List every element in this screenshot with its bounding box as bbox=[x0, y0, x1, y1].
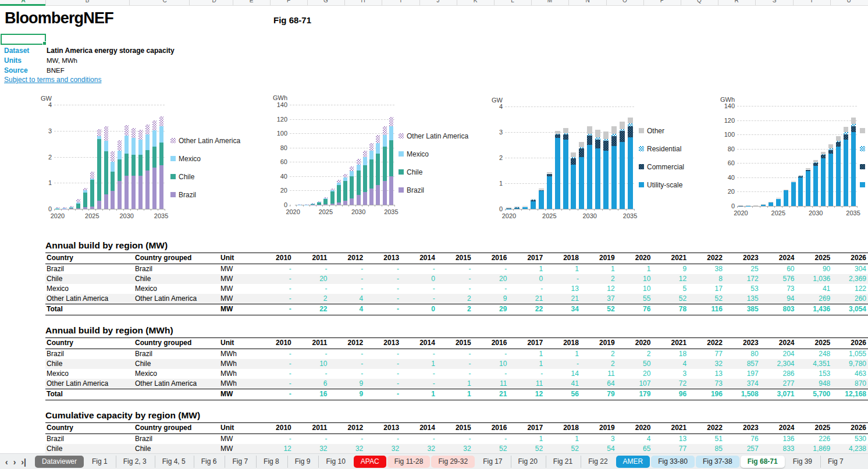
sheet-tab-fig-9[interactable]: Fig 9 bbox=[287, 456, 318, 468]
cell-unit[interactable]: MW bbox=[220, 304, 257, 315]
header-cell[interactable]: Unit bbox=[220, 253, 257, 264]
cell-value[interactable]: 226 bbox=[796, 434, 832, 444]
cell-value[interactable]: - bbox=[437, 369, 473, 379]
cell-value[interactable]: - bbox=[437, 349, 473, 359]
header-cell[interactable]: 2015 bbox=[437, 423, 473, 434]
fill-handle[interactable] bbox=[42, 41, 47, 45]
header-cell[interactable]: 2015 bbox=[437, 338, 473, 349]
sheet-tab-fig-11-28[interactable]: Fig 11-28 bbox=[387, 456, 431, 468]
cell-value[interactable]: - bbox=[545, 274, 581, 284]
cell-value[interactable]: 13 bbox=[688, 369, 724, 379]
tab-scroll-right-button[interactable]: › bbox=[13, 454, 16, 469]
cell-value[interactable]: - bbox=[365, 369, 401, 379]
cell-value[interactable]: - bbox=[401, 284, 437, 294]
column-header-c[interactable]: C bbox=[159, 0, 170, 3]
header-cell[interactable]: 2025 bbox=[796, 253, 832, 264]
cell-value[interactable]: - bbox=[365, 379, 401, 389]
cell-value[interactable]: - bbox=[329, 274, 365, 284]
cell-value[interactable]: 25 bbox=[724, 264, 760, 274]
cell-value[interactable]: - bbox=[257, 294, 293, 304]
cell-total-value[interactable]: 1 bbox=[437, 389, 473, 400]
header-cell[interactable]: Unit bbox=[220, 423, 257, 434]
cell-country-grouped[interactable]: Other Latin America bbox=[135, 379, 220, 389]
sheet-tab-fig-37-38[interactable]: Fig 37-38 bbox=[696, 456, 739, 468]
cell-value[interactable]: - bbox=[293, 434, 329, 444]
cell-value[interactable]: 1 bbox=[401, 359, 437, 369]
cell-unit[interactable]: MWh bbox=[220, 359, 257, 369]
sheet-tab-amer[interactable]: AMER bbox=[616, 456, 650, 468]
column-header-i[interactable]: I bbox=[395, 0, 407, 3]
sheet-tab-fig-39[interactable]: Fig 39 bbox=[786, 456, 819, 468]
cell-total-value[interactable]: 78 bbox=[652, 304, 688, 315]
tab-scroll-left-button[interactable]: ‹ bbox=[5, 454, 8, 469]
cell-total-value[interactable]: 1,508 bbox=[724, 389, 760, 400]
header-cell[interactable]: 2026 bbox=[832, 338, 868, 349]
cell-country[interactable]: Other Latin America bbox=[45, 379, 135, 389]
cell-total-value[interactable]: 29 bbox=[473, 304, 509, 315]
cell-value[interactable]: 20 bbox=[473, 274, 509, 284]
header-cell[interactable]: 2013 bbox=[365, 338, 401, 349]
cell-value[interactable]: 77 bbox=[652, 444, 688, 454]
cell-total-value[interactable]: - bbox=[365, 304, 401, 315]
header-cell[interactable]: Country bbox=[45, 423, 135, 434]
cell-value[interactable]: 37 bbox=[581, 294, 617, 304]
cell-value[interactable]: 20 bbox=[617, 369, 653, 379]
cell-value[interactable]: 260 bbox=[832, 294, 868, 304]
cell-country-grouped[interactable]: Chile bbox=[135, 444, 220, 454]
cell-value[interactable]: 576 bbox=[760, 274, 796, 284]
cell-value[interactable]: 257 bbox=[724, 444, 760, 454]
column-header-d[interactable]: D bbox=[208, 0, 220, 3]
cell-total-value[interactable]: 1 bbox=[401, 389, 437, 400]
cell-value[interactable]: - bbox=[401, 264, 437, 274]
cell-value[interactable]: 304 bbox=[832, 264, 868, 274]
column-header-o[interactable]: O bbox=[619, 0, 631, 3]
column-header-a[interactable]: A bbox=[17, 0, 29, 3]
cell-total-value[interactable]: 12 bbox=[508, 389, 545, 400]
header-cell[interactable]: 2021 bbox=[652, 423, 688, 434]
cell-value[interactable]: - bbox=[293, 369, 329, 379]
cell-value[interactable]: 52 bbox=[688, 294, 724, 304]
sheet-tab-fig-1[interactable]: Fig 1 bbox=[85, 456, 115, 468]
cell-value[interactable]: - bbox=[329, 264, 365, 274]
column-header-m[interactable]: M bbox=[544, 0, 556, 3]
cell-value[interactable]: - bbox=[329, 284, 365, 294]
cell-value[interactable]: 2,369 bbox=[832, 274, 868, 284]
cell-value[interactable]: 286 bbox=[760, 369, 796, 379]
sheet-tab-fig-29-32[interactable]: Fig 29-32 bbox=[431, 456, 475, 468]
cell-value[interactable]: - bbox=[329, 369, 365, 379]
cell-value[interactable]: - bbox=[257, 264, 293, 274]
header-cell[interactable]: 2011 bbox=[293, 253, 329, 264]
cell-total-value[interactable]: - bbox=[257, 304, 293, 315]
cell-value[interactable]: 530 bbox=[832, 434, 868, 444]
cell-total-value[interactable]: 96 bbox=[652, 389, 688, 400]
cell-value[interactable]: 11 bbox=[508, 379, 545, 389]
cell-value[interactable]: 73 bbox=[688, 379, 724, 389]
cell-value[interactable]: - bbox=[257, 284, 293, 294]
cell-country[interactable]: Brazil bbox=[45, 434, 135, 444]
cell-unit[interactable]: MWh bbox=[220, 379, 257, 389]
header-cell[interactable]: 2020 bbox=[617, 253, 653, 264]
cell-total-value[interactable]: 0 bbox=[401, 304, 437, 315]
cell-value[interactable]: 10 bbox=[617, 274, 653, 284]
header-cell[interactable]: 2021 bbox=[652, 338, 688, 349]
cell-total-value[interactable]: 12,168 bbox=[832, 389, 868, 400]
column-header-f[interactable]: F bbox=[283, 0, 294, 3]
header-cell[interactable]: 2019 bbox=[581, 423, 617, 434]
cell-value[interactable]: - bbox=[401, 369, 437, 379]
header-cell[interactable]: 2017 bbox=[508, 253, 545, 264]
cell-country[interactable]: Other Latin America bbox=[45, 294, 135, 304]
cell-value[interactable]: 204 bbox=[760, 349, 796, 359]
cell-value[interactable]: 2,304 bbox=[760, 359, 796, 369]
cell-value[interactable]: 12 bbox=[257, 444, 293, 454]
cell-total-value[interactable]: 179 bbox=[617, 389, 653, 400]
header-cell[interactable]: 2012 bbox=[329, 338, 365, 349]
header-cell[interactable]: 2018 bbox=[545, 423, 581, 434]
cell-country[interactable]: Chile bbox=[45, 359, 135, 369]
cell-total-value[interactable]: 22 bbox=[508, 304, 545, 315]
cell-value[interactable]: 2 bbox=[581, 349, 617, 359]
cell-value[interactable]: 2 bbox=[617, 349, 653, 359]
header-cell[interactable]: 2025 bbox=[796, 423, 832, 434]
sheet-tab-fig-7-partial[interactable]: Fig 7 bbox=[820, 456, 851, 468]
sheet-tab-fig-17[interactable]: Fig 17 bbox=[476, 456, 509, 468]
header-cell[interactable]: Country grouped bbox=[135, 423, 220, 434]
